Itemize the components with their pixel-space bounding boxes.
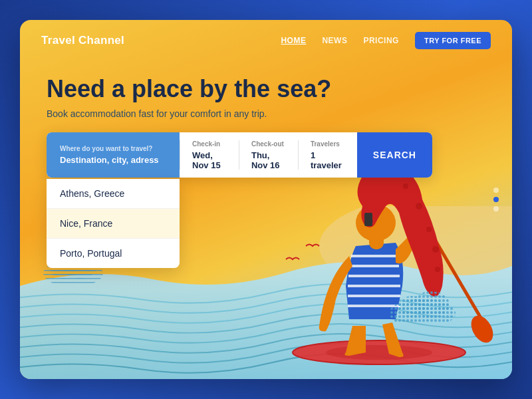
svg-point-16 [426, 227, 432, 232]
destination-label: Where do you want to travel? [60, 145, 166, 152]
suggestion-athens[interactable]: Athens, Greece [47, 179, 180, 209]
dots-indicator [493, 188, 499, 211]
cloud-right [386, 287, 459, 326]
checkout-value: Thu, Nov 16 [251, 150, 286, 170]
svg-point-18 [435, 267, 440, 272]
try-free-button[interactable]: TRY FOR FREE [415, 32, 491, 49]
hero-title: Need a place by the sea? [47, 74, 485, 103]
svg-point-3 [326, 345, 432, 360]
dot-1[interactable] [493, 188, 499, 193]
suggestions-dropdown: Athens, Greece Nice, France Porto, Portu… [47, 179, 180, 268]
hero-subtitle: Book accommodation fast for your comfort… [47, 108, 485, 119]
nav-home[interactable]: HOME [281, 36, 306, 45]
main-card: Travel Channel HOME NEWS PRICING TRY FOR… [20, 20, 512, 379]
logo: Travel Channel [41, 34, 124, 47]
checkin-value: Wed, Nov 15 [192, 150, 227, 170]
search-box: Where do you want to travel? Destination… [47, 132, 432, 178]
checkin-label: Check-in [192, 140, 227, 148]
travelers-field[interactable]: Travelers 1 traveler [299, 132, 357, 178]
travelers-label: Travelers [311, 140, 345, 148]
destination-field[interactable]: Where do you want to travel? Destination… [47, 132, 180, 178]
svg-rect-20 [364, 213, 372, 226]
checkin-field[interactable]: Check-in Wed, Nov 15 [180, 132, 239, 178]
hero-content: Need a place by the sea? Book accommodat… [20, 61, 512, 178]
nav-news[interactable]: NEWS [322, 36, 347, 45]
dot-2[interactable] [493, 197, 499, 202]
nav-links: HOME NEWS PRICING TRY FOR FREE [281, 32, 491, 49]
svg-point-15 [416, 203, 422, 209]
svg-point-17 [432, 246, 439, 253]
dot-3[interactable] [493, 206, 499, 211]
header: Travel Channel HOME NEWS PRICING TRY FOR… [20, 20, 512, 61]
destination-value: Destination, city, adress [60, 155, 166, 165]
svg-point-11 [467, 312, 497, 346]
search-button[interactable]: SEARCH [357, 132, 432, 178]
checkout-field[interactable]: Check-out Thu, Nov 16 [239, 132, 298, 178]
suggestion-nice[interactable]: Nice, France [47, 209, 180, 239]
checkout-label: Check-out [251, 140, 286, 148]
nav-pricing[interactable]: PRICING [363, 36, 399, 45]
suggestion-porto[interactable]: Porto, Portugal [47, 239, 180, 268]
svg-point-14 [403, 184, 408, 189]
travelers-value: 1 traveler [311, 150, 345, 170]
svg-point-28 [412, 291, 450, 318]
